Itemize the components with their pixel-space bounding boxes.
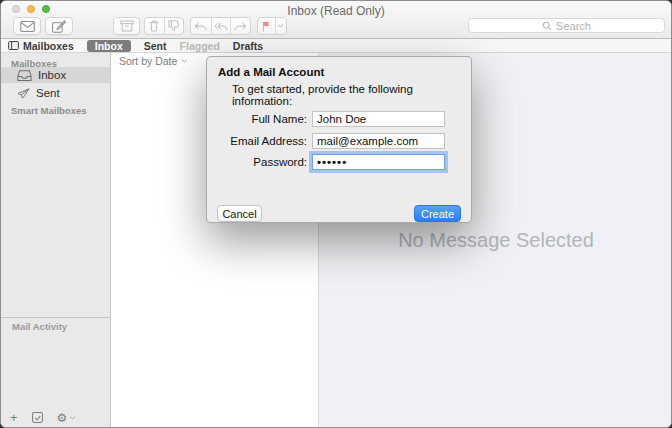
checkbox-filter-button[interactable] — [32, 412, 43, 423]
flag-menu-button[interactable] — [275, 18, 286, 34]
chevron-down-icon — [277, 24, 284, 28]
sidebar: Mailboxes Inbox Sent Smart Mailboxes Mai… — [1, 53, 111, 428]
sidebar-sent-label: Sent — [36, 87, 60, 99]
sidebar-item-sent[interactable]: Sent — [1, 85, 110, 101]
full-name-label: Full Name: — [207, 113, 307, 125]
sidebar-bottom-bar: + ⚙ — [1, 412, 110, 423]
mail-activity-label: Mail Activity — [12, 321, 67, 332]
dialog-subtitle: To get started, provide the following in… — [232, 83, 471, 107]
archive-icon — [120, 20, 134, 32]
favbar-tab-inbox[interactable]: Inbox — [87, 40, 131, 52]
forward-icon — [234, 22, 247, 31]
search-placeholder: Search — [556, 20, 591, 32]
forward-button[interactable] — [230, 18, 250, 34]
favbar-mailboxes-label: Mailboxes — [23, 40, 74, 52]
create-button[interactable]: Create — [414, 205, 461, 222]
email-address-field[interactable] — [312, 133, 445, 149]
flag-button[interactable] — [258, 18, 275, 34]
password-row: Password: — [207, 154, 471, 170]
favorites-bar: Mailboxes Inbox Sent Flagged Drafts — [1, 39, 671, 53]
titlebar: Inbox (Read Only) — [1, 1, 671, 39]
mail-activity-divider — [1, 317, 110, 318]
password-field[interactable] — [312, 154, 445, 170]
flag-group — [257, 17, 287, 35]
trash-junk-group — [144, 17, 184, 35]
compose-button[interactable] — [45, 17, 73, 35]
reply-all-icon — [214, 22, 228, 31]
reply-icon — [194, 22, 207, 31]
reply-group — [190, 17, 251, 35]
trash-button[interactable] — [145, 18, 164, 34]
thumbs-down-icon — [168, 20, 180, 32]
add-mailbox-button[interactable]: + — [10, 413, 18, 423]
reply-all-button[interactable] — [211, 18, 231, 34]
favbar-tab-sent[interactable]: Sent — [144, 40, 167, 52]
junk-button[interactable] — [164, 18, 183, 34]
trash-icon — [149, 20, 159, 32]
full-name-row: Full Name: — [207, 111, 471, 127]
email-address-row: Email Address: — [207, 133, 471, 149]
flag-icon — [262, 21, 271, 32]
mail-window: Inbox (Read Only) — [0, 0, 672, 428]
sort-label: Sort by Date — [119, 55, 177, 67]
window-title: Inbox (Read Only) — [1, 4, 671, 18]
envelope-icon — [20, 21, 35, 32]
search-input[interactable]: Search — [468, 18, 665, 33]
add-mail-account-dialog: Add a Mail Account To get started, provi… — [206, 56, 472, 223]
sidebar-item-inbox[interactable]: Inbox — [1, 67, 110, 83]
sidebar-section-smart-mailboxes: Smart Mailboxes — [11, 105, 87, 116]
sidebar-inbox-label: Inbox — [38, 69, 66, 81]
sort-by-date-button[interactable]: Sort by Date — [119, 55, 188, 67]
chevron-down-icon — [181, 59, 188, 63]
dialog-title: Add a Mail Account — [218, 66, 324, 78]
get-mail-button[interactable] — [13, 17, 41, 35]
reply-button[interactable] — [191, 18, 211, 34]
cancel-button[interactable]: Cancel — [217, 205, 262, 222]
password-label: Password: — [207, 156, 307, 168]
gear-icon: ⚙ — [57, 413, 68, 423]
email-address-label: Email Address: — [207, 135, 307, 147]
send-icon — [17, 88, 30, 99]
mailboxes-sidebar-icon — [8, 41, 19, 50]
no-message-selected-text: No Message Selected — [319, 229, 672, 252]
chevron-down-icon — [69, 416, 76, 420]
action-menu-button[interactable]: ⚙ — [57, 413, 77, 423]
archive-button[interactable] — [113, 17, 140, 35]
favbar-tab-drafts[interactable]: Drafts — [233, 40, 263, 52]
favbar-mailboxes-button[interactable]: Mailboxes — [8, 40, 74, 52]
inbox-icon — [17, 70, 32, 81]
favbar-tab-flagged[interactable]: Flagged — [180, 40, 220, 52]
search-icon — [542, 21, 552, 31]
full-name-field[interactable] — [312, 111, 445, 127]
compose-icon — [52, 20, 66, 33]
